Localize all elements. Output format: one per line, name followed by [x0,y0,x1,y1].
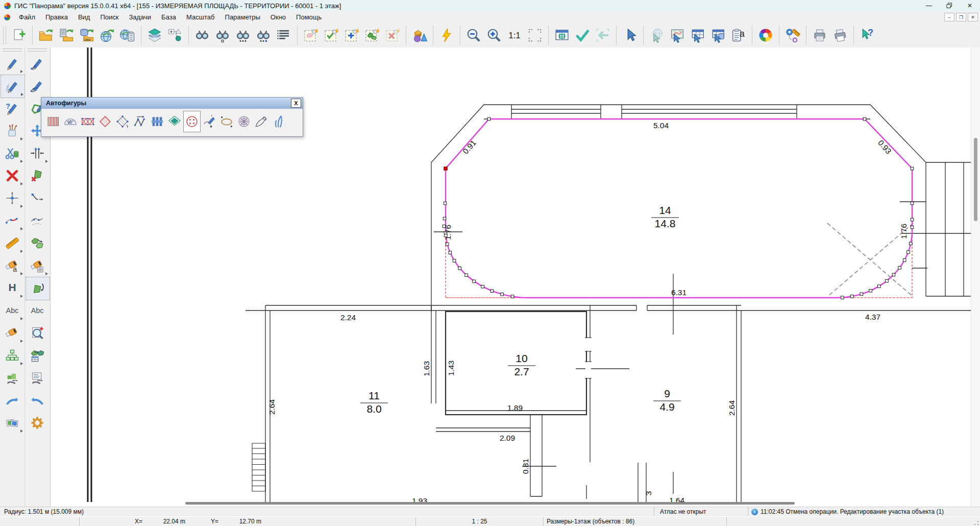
menu-файл[interactable]: Файл [14,12,40,22]
toolbar-select-group-button[interactable] [362,25,382,46]
vertex-handle[interactable] [860,293,863,296]
tool-polygon-delete-button[interactable] [26,164,49,187]
tool-polygon-rotate-button[interactable] [26,277,50,300]
toolbar-select-check-button[interactable] [321,25,341,46]
vertex-handle[interactable] [453,259,456,262]
menu-правка[interactable]: Правка [40,12,73,22]
autoshape-grid-bridge-button[interactable] [149,111,166,132]
tool-letter-H-button[interactable]: H [1,277,24,299]
toolbar-cursor-button[interactable] [620,25,640,46]
autoshape-diamond-fill-button[interactable] [166,111,183,132]
autoshape-ellipse-nodes-button[interactable] [218,111,235,132]
autoshape-cross-net-button[interactable] [79,111,96,132]
toolbar-select-add-button[interactable] [341,25,362,46]
autoshape-pen-curve-button[interactable] [201,111,218,132]
toolbar-run-fast-button[interactable] [436,25,457,46]
tool-torch-calc-button[interactable] [26,254,49,277]
vertex-handle[interactable] [841,296,844,299]
resize-grip[interactable] [974,520,979,525]
menu-поиск[interactable]: Поиск [95,12,124,22]
horizontal-scrollbar-thumb[interactable] [185,502,795,505]
vertex-handle[interactable] [501,293,504,296]
tool-letter-abc-button[interactable]: Abc [26,299,49,322]
toolbar-open-globe-button[interactable] [97,25,117,46]
tool-curve-dashed-button[interactable] [26,209,49,232]
vertex-handle[interactable] [851,295,854,298]
toolbar-cursor-map-button[interactable] [667,25,688,46]
tool-images-button[interactable] [1,412,24,434]
mdi-restore-button[interactable]: ❐ [956,13,966,21]
toolbar-clipboard-text-button[interactable]: a [728,25,749,46]
tool-pencil-button[interactable] [1,52,24,75]
toolbar-grip[interactable] [3,49,22,52]
vertex-handle[interactable] [907,251,910,254]
vertex-handle[interactable] [481,285,484,288]
tool-edit-curve-button[interactable] [1,209,24,232]
vertex-handle[interactable] [911,226,914,229]
tool-polygon-table-button[interactable] [26,344,49,367]
vertex-handle[interactable] [511,295,514,298]
toolbar-find-object-button[interactable] [212,25,233,46]
restore-button[interactable] [939,0,960,11]
tool-list-undo-button[interactable] [26,367,49,389]
tool-gear-button[interactable] [26,412,49,434]
toolbar-color-wheel-button[interactable] [755,25,776,46]
tool-pencil-question-button[interactable]: ? [1,97,24,119]
autoshape-hatch-lines-button[interactable] [44,111,62,132]
vertex-handle[interactable] [458,267,461,270]
tool-zoom-doc-button[interactable] [26,322,49,344]
selected-area-contour[interactable] [446,119,912,298]
autoshape-protractor-90-button[interactable]: 90° [62,111,79,132]
status-scale-cell[interactable]: 1 : 25 [416,517,544,526]
tool-polygon-copy-button[interactable] [26,232,49,254]
toolbar-globe-report-button[interactable] [117,25,138,46]
vertex-handle[interactable] [863,117,866,121]
vertex-handle[interactable] [465,274,468,277]
toolbar-find-mark-button[interactable] [253,25,274,46]
toolbar-find-set-button[interactable] [233,25,253,46]
vertex-handle[interactable] [911,218,914,221]
menu-вид[interactable]: Вид [73,12,95,22]
tool-letter-abc-button[interactable]: Abc [1,299,24,322]
menu-окно[interactable]: Окно [265,12,291,22]
toolbar-frame-select-button[interactable] [525,25,545,46]
toolbar-select-area-button[interactable] [301,25,321,46]
toolbar-print-setup-button[interactable] [830,25,850,46]
minimize-button[interactable]: ― [919,0,939,11]
toolbar-layers-button[interactable] [144,25,165,46]
toolbar-new-doc-button[interactable] [9,25,29,46]
vertex-handle[interactable] [446,243,449,246]
toolbar-help-select-button[interactable]: ? [857,25,877,46]
tool-torch-a-button[interactable]: a [1,254,24,277]
active-vertex-handle[interactable] [444,167,447,170]
vertex-handle[interactable] [898,267,901,270]
autoshapes-titlebar[interactable]: Автофигуры X [41,98,303,109]
tool-redo-blue-button[interactable] [1,389,24,412]
vertex-handle[interactable] [869,289,872,292]
toolbar-cursor-globe-button[interactable] [647,25,667,46]
close-icon[interactable]: X [291,99,301,108]
vertex-handle[interactable] [877,285,880,288]
toolbar-grip[interactable] [28,49,47,52]
autoshape-radial-web-button[interactable] [235,111,253,132]
menu-база[interactable]: База [156,12,181,22]
toolbar-apply-check-button[interactable] [572,25,593,46]
vertex-handle[interactable] [491,290,494,293]
toolbar-objects-3d-button[interactable] [409,25,430,46]
tool-pencil-bezier-button[interactable] [26,75,49,97]
tool-move-point-button[interactable] [1,187,24,209]
toolbar-measure-button[interactable] [782,25,803,46]
toolbar-step-back-button[interactable] [593,25,613,46]
tool-delete-red-button[interactable] [1,164,24,187]
tool-pencil-dots-button[interactable] [26,52,49,75]
autoshape-diamond-nodes-button[interactable] [114,111,131,132]
tool-stat-undo-button[interactable] [1,367,24,389]
vertex-handle[interactable] [473,280,476,283]
vertex-handle[interactable] [909,242,912,245]
tool-scheme-tree-button[interactable] [1,344,24,367]
menu-помощь[interactable]: Помощь [291,12,327,22]
vertex-handle[interactable] [886,279,889,282]
vertical-scrollbar[interactable] [971,47,980,507]
vertical-scrollbar-thumb[interactable] [974,138,977,221]
toolbar-pan-window-button[interactable] [552,25,572,46]
